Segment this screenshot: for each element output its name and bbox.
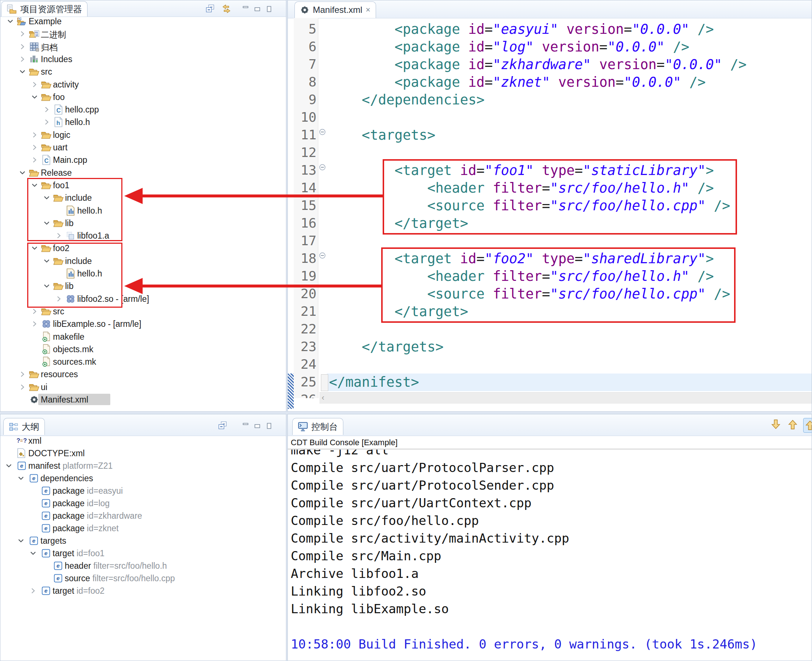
tree-item-hello-h[interactable]: hhello.h <box>0 116 286 128</box>
folder-icon <box>29 168 39 178</box>
collapsed-region-marker <box>321 374 328 391</box>
gear-icon <box>300 5 309 15</box>
scroll-down-button[interactable] <box>770 419 781 430</box>
tree-item-release[interactable]: Release <box>0 166 286 179</box>
tree-item-二进制[interactable]: 0110二进制 <box>0 27 286 40</box>
tree-item-src[interactable]: src <box>0 65 286 78</box>
fold-minus-icon[interactable] <box>319 164 326 171</box>
outline-item-package-id-zknet[interactable]: epackage id=zknet <box>0 522 286 535</box>
chevron-down-icon[interactable] <box>18 475 24 482</box>
tree-item-example[interactable]: FCExample <box>0 15 286 27</box>
chevron-down-icon[interactable] <box>43 283 50 289</box>
chevron-right-icon[interactable] <box>43 119 50 125</box>
close-icon[interactable]: × <box>366 5 370 15</box>
chevron-down-icon[interactable] <box>31 182 38 188</box>
tree-item-libexample-so-arm-le[interactable]: libExample.so - [arm/le] <box>0 318 286 330</box>
fold-minus-icon[interactable] <box>319 128 326 136</box>
tree-item-foo2[interactable]: foo2 <box>0 242 286 254</box>
chevron-down-icon[interactable] <box>31 94 38 101</box>
chevron-right-icon[interactable] <box>56 295 62 302</box>
tree-item-hello-cpp[interactable]: Chello.cpp <box>0 103 286 116</box>
code-text: <package id="zknet" version="0.0.0" /> <box>329 74 706 90</box>
tab-console[interactable]: 控制台 <box>292 418 343 435</box>
chevron-right-icon[interactable] <box>43 106 50 113</box>
lib-a-icon <box>65 230 76 241</box>
chevron-right-icon[interactable] <box>31 144 38 151</box>
folder-icon <box>53 281 64 291</box>
chevron-down-icon[interactable] <box>7 18 14 25</box>
tree-item-hello-h[interactable]: hello.h <box>0 267 286 280</box>
token-pl <box>689 268 697 284</box>
chevron-right-icon[interactable] <box>30 588 37 594</box>
chevron-down-icon[interactable] <box>43 195 50 201</box>
tree-item-src[interactable]: src <box>0 305 286 318</box>
horizontal-scrollbar[interactable]: ‹ <box>319 392 812 404</box>
chevron-right-icon[interactable] <box>19 56 26 62</box>
chevron-right-icon[interactable] <box>19 384 26 390</box>
fold-minus-icon[interactable] <box>319 252 326 259</box>
tree-item-include[interactable]: include <box>0 255 286 267</box>
tree-item-lib[interactable]: lib <box>0 280 286 292</box>
chevron-right-icon[interactable] <box>19 30 26 37</box>
tree-item-lib[interactable]: lib <box>0 217 286 229</box>
tree-item-manifest-xml[interactable]: Manifest.xml <box>0 393 286 406</box>
chevron-right-icon[interactable] <box>31 81 38 88</box>
chevron-right-icon[interactable] <box>19 43 26 50</box>
scroll-left-icon[interactable]: ‹ <box>322 393 324 402</box>
chevron-down-icon[interactable] <box>43 258 50 264</box>
tree-item-ui[interactable]: ui <box>0 381 286 393</box>
tab-manifest-xml[interactable]: Manifest.xml × <box>294 2 376 18</box>
outline-item-source-filter-src-foo-hello-cpp[interactable]: esource filter=src/foo/hello.cpp <box>0 572 286 584</box>
tree-item-resources[interactable]: resources <box>0 368 286 380</box>
outline-item-manifest-platform-z21[interactable]: emanifest platform=Z21 <box>0 460 286 472</box>
svg-text:10: 10 <box>35 34 38 37</box>
outline-item-header-filter-src-foo-hello-h[interactable]: eheader filter=src/foo/hello.h <box>0 560 286 572</box>
editor-code-area[interactable]: 5 <package id="easyui" version="0.0.0" /… <box>288 18 812 411</box>
outline-item-targets[interactable]: etargets <box>0 535 286 547</box>
outline-item-doctype-xml[interactable]: DOCTYPE:xml <box>0 447 286 460</box>
tree-item-foo1[interactable]: foo1 <box>0 179 286 192</box>
tree-item-makefile[interactable]: makefile <box>0 330 286 343</box>
tree-item-main-cpp[interactable]: CMain.cpp <box>0 154 286 166</box>
code-text: </target> <box>329 216 468 231</box>
scroll-up-button[interactable] <box>787 419 798 430</box>
outline-item-package-id-log[interactable]: epackage id=log <box>0 497 286 509</box>
outline-item-package-id-zkhardware[interactable]: epackage id=zkhardware <box>0 509 286 522</box>
console-line-11: 10:58:00 Build Finished. 0 errors, 0 war… <box>291 635 812 653</box>
chevron-down-icon[interactable] <box>18 538 24 544</box>
tree-item-uart[interactable]: uart <box>0 141 286 154</box>
chevron-down-icon[interactable] <box>5 463 12 469</box>
outline-item-package-id-easyui[interactable]: epackage id=easyui <box>0 485 286 497</box>
tree-item-libfoo1-a[interactable]: libfoo1.a <box>0 229 286 242</box>
outline-item-dependencies[interactable]: edependencies <box>0 472 286 485</box>
chevron-down-icon[interactable] <box>19 69 26 75</box>
console-toolbar-partial-button[interactable] <box>803 418 812 433</box>
chevron-right-icon[interactable] <box>31 156 38 163</box>
tree-item-foo[interactable]: foo <box>0 91 286 103</box>
chevron-right-icon[interactable] <box>19 371 26 378</box>
outline-item-target-id-foo2[interactable]: etarget id=foo2 <box>0 584 286 597</box>
chevron-right-icon[interactable] <box>31 132 38 138</box>
tree-item-activity[interactable]: activity <box>0 78 286 91</box>
project-tree: FCExample0110二进制归档Includessrcactivityfoo… <box>0 0 286 411</box>
tree-item-sources-mk[interactable]: sources.mk <box>0 356 286 368</box>
tree-item-libfoo2-so-arm-le[interactable]: libfoo2.so - [arm/le] <box>0 293 286 305</box>
tree-item-hello-h[interactable]: hello.h <box>0 204 286 217</box>
outline-item-xml[interactable]: ?=?xml <box>0 434 286 447</box>
outline-item-target-id-foo1[interactable]: etarget id=foo1 <box>0 547 286 560</box>
code-line-21: 21 </target> <box>288 303 812 321</box>
tree-item-归档[interactable]: 归档 <box>0 40 286 53</box>
chevron-down-icon[interactable] <box>19 169 26 176</box>
chevron-right-icon[interactable] <box>31 308 38 315</box>
tree-item-objects-mk[interactable]: objects.mk <box>0 343 286 356</box>
mk-file-icon <box>41 332 51 342</box>
chevron-down-icon[interactable] <box>30 550 37 557</box>
chevron-right-icon[interactable] <box>56 232 62 239</box>
tree-item-include[interactable]: include <box>0 192 286 204</box>
chevron-right-icon[interactable] <box>31 321 38 327</box>
tree-item-includes[interactable]: Includes <box>0 53 286 65</box>
tree-item-logic[interactable]: logic <box>0 129 286 141</box>
chevron-down-icon[interactable] <box>31 245 38 251</box>
token-tag: /> <box>731 57 747 72</box>
chevron-down-icon[interactable] <box>43 220 50 227</box>
